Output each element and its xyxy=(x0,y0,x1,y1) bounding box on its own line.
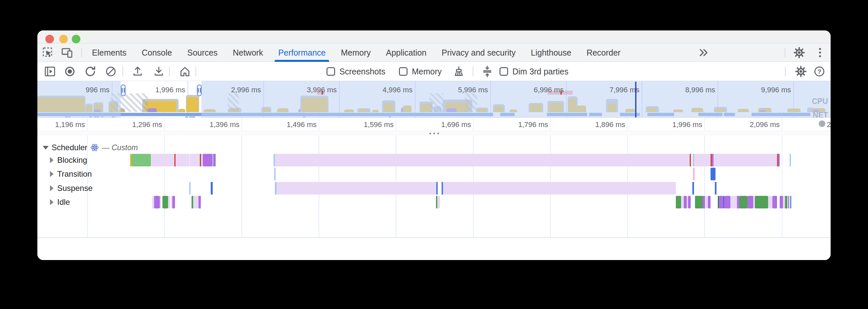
tab-memory[interactable]: Memory xyxy=(333,43,378,62)
flame-chart-entry[interactable] xyxy=(695,196,703,209)
flame-chart-entry[interactable] xyxy=(737,196,739,209)
inspect-icon[interactable] xyxy=(41,46,55,59)
more-menu-icon[interactable] xyxy=(813,46,827,59)
tab-lighthouse[interactable]: Lighthouse xyxy=(523,43,579,62)
expand-triangle-icon[interactable] xyxy=(50,185,54,191)
expand-triangle-icon[interactable] xyxy=(50,171,54,177)
capture-settings-gear-icon[interactable] xyxy=(794,64,808,79)
home-icon[interactable] xyxy=(178,64,192,79)
flame-chart-entry[interactable] xyxy=(681,196,684,209)
flame-chart-entry[interactable] xyxy=(780,196,783,209)
flame-chart-entry[interactable] xyxy=(162,196,168,209)
flame-chart-entry[interactable] xyxy=(731,196,735,209)
flame-chart-entry[interactable] xyxy=(739,196,747,209)
help-icon[interactable]: ? xyxy=(812,64,827,79)
flame-chart-entry[interactable] xyxy=(275,154,690,166)
flame-chart-entry[interactable] xyxy=(790,196,791,209)
flame-chart-entry[interactable] xyxy=(277,182,436,194)
expand-triangle-icon[interactable] xyxy=(50,199,54,205)
track-group-scheduler[interactable]: Scheduler — Custom xyxy=(43,143,138,152)
flame-chart-entry[interactable] xyxy=(688,196,691,209)
flame-chart-entry[interactable] xyxy=(190,154,200,166)
reload-icon[interactable] xyxy=(83,64,98,79)
selection-left-handle[interactable] xyxy=(121,84,126,96)
tab-network[interactable]: Network xyxy=(225,43,271,62)
track-row-transition[interactable]: Transition xyxy=(50,168,92,180)
flame-chart-entry[interactable] xyxy=(715,182,716,194)
flame-chart-entry[interactable] xyxy=(785,196,787,209)
selection-right-handle[interactable] xyxy=(197,84,202,96)
flame-chart-entry[interactable] xyxy=(705,196,708,209)
flame-chart-entry[interactable] xyxy=(724,196,731,209)
download-profile-icon[interactable] xyxy=(152,64,166,79)
panel-resize-handle[interactable] xyxy=(37,131,831,136)
flame-chart-entry[interactable] xyxy=(203,154,212,166)
more-tabs-button[interactable] xyxy=(696,46,711,59)
timeline-overview[interactable]: CPU NET 996 ms1,996 ms2,996 ms3,996 ms4,… xyxy=(37,81,831,118)
flame-chart-entry[interactable] xyxy=(755,196,768,209)
flame-chart-entry[interactable] xyxy=(213,154,216,166)
flame-chart-entry[interactable] xyxy=(198,196,201,209)
flame-chart-entry[interactable] xyxy=(131,154,151,166)
flame-chart-entry[interactable] xyxy=(684,196,687,209)
flame-chart-entry[interactable] xyxy=(789,154,791,166)
tab-application[interactable]: Application xyxy=(378,43,434,62)
zoom-window-button[interactable] xyxy=(72,35,81,43)
flame-chart-entry[interactable] xyxy=(788,196,789,209)
upload-profile-icon[interactable] xyxy=(130,64,145,79)
device-toolbar-icon[interactable] xyxy=(60,46,74,59)
track-row-blocking[interactable]: Blocking xyxy=(50,154,87,166)
playhead-line[interactable] xyxy=(635,82,637,118)
flame-chart-entry[interactable] xyxy=(719,196,723,209)
minimize-window-button[interactable] xyxy=(59,35,68,43)
flame-chart-entry[interactable] xyxy=(714,154,777,166)
gc-icon[interactable] xyxy=(452,64,466,79)
tab-privacy-and-security[interactable]: Privacy and security xyxy=(434,43,523,62)
flame-chart-entry[interactable] xyxy=(690,154,691,166)
flame-chart-tracks[interactable]: Scheduler — Custom BlockingTransitionSus… xyxy=(37,136,831,238)
tab-sources[interactable]: Sources xyxy=(180,43,225,62)
collapse-chart-icon[interactable] xyxy=(480,64,495,79)
tab-performance[interactable]: Performance xyxy=(271,43,333,62)
collapse-triangle-icon[interactable] xyxy=(43,146,49,150)
flame-chart-entry[interactable] xyxy=(211,182,213,194)
record-icon[interactable] xyxy=(63,64,77,79)
flame-chart-entry[interactable] xyxy=(747,196,753,209)
flame-chart-entry[interactable] xyxy=(154,196,160,209)
flame-chart-entry[interactable] xyxy=(772,196,777,209)
flame-chart-entry[interactable] xyxy=(692,182,694,194)
flame-chart-entry[interactable] xyxy=(708,196,711,209)
flame-chart-entry[interactable] xyxy=(735,196,737,209)
flame-chart-entry[interactable] xyxy=(703,196,705,209)
settings-gear-icon[interactable] xyxy=(792,46,806,59)
tab-recorder[interactable]: Recorder xyxy=(579,43,628,62)
flame-chart-entry[interactable] xyxy=(189,182,190,194)
flame-chart-entry[interactable] xyxy=(193,196,198,209)
checkbox-box[interactable] xyxy=(499,67,508,76)
track-row-suspense[interactable]: Suspense xyxy=(50,182,93,194)
flame-chart-entry[interactable] xyxy=(174,154,176,166)
toggle-sidebar-icon[interactable] xyxy=(43,64,57,79)
flame-chart-entry[interactable] xyxy=(443,182,676,194)
flame-chart-entry[interactable] xyxy=(274,168,276,180)
flame-chart-entry[interactable] xyxy=(176,154,190,166)
tab-elements[interactable]: Elements xyxy=(84,43,134,62)
clear-icon[interactable] xyxy=(103,64,118,79)
flame-chart-entry[interactable] xyxy=(694,154,711,166)
flame-chart-entry[interactable] xyxy=(693,168,695,180)
flame-chart-entry[interactable] xyxy=(778,154,780,166)
expand-triangle-icon[interactable] xyxy=(50,157,54,163)
flame-chart-entry[interactable] xyxy=(436,182,438,194)
checkbox-screenshots[interactable]: Screenshots xyxy=(327,62,385,81)
close-window-button[interactable] xyxy=(45,35,54,43)
track-row-idle[interactable]: Idle xyxy=(50,196,70,209)
flame-chart-entry[interactable] xyxy=(437,196,440,209)
flame-chart-entry[interactable] xyxy=(168,196,170,209)
flame-chart-entry[interactable] xyxy=(711,168,715,180)
flame-chart-entry[interactable] xyxy=(676,196,681,209)
flame-chart-entry[interactable] xyxy=(151,154,174,166)
checkbox-box[interactable] xyxy=(399,67,407,76)
flame-chart-entry[interactable] xyxy=(172,196,175,209)
checkbox-dim-3rd-parties[interactable]: Dim 3rd parties xyxy=(499,62,569,81)
tab-console[interactable]: Console xyxy=(134,43,180,62)
